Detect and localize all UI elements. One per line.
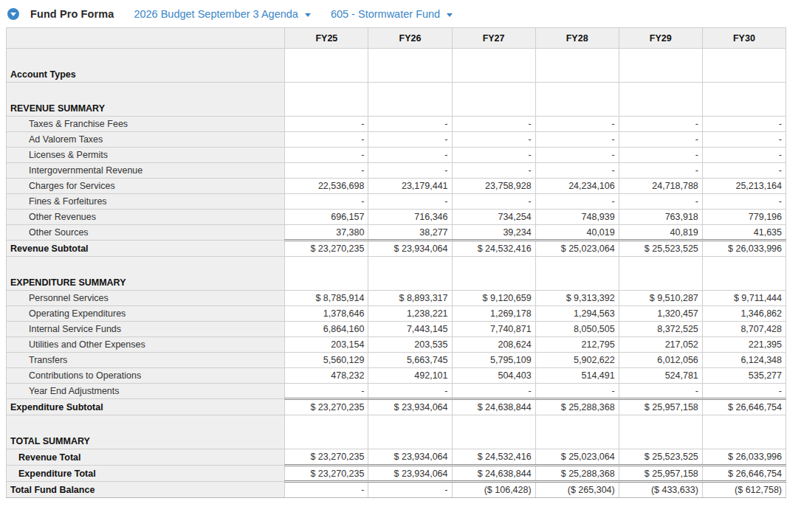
cell: - bbox=[368, 163, 452, 179]
column-header-fy29: FY29 bbox=[619, 28, 702, 49]
table-row: Revenue Total$ 23,270,235$ 23,934,064$ 2… bbox=[7, 449, 786, 466]
cell: 208,624 bbox=[452, 337, 535, 353]
cell: $ 23,934,064 bbox=[368, 466, 452, 482]
cell bbox=[535, 415, 619, 449]
cell: $ 23,270,235 bbox=[285, 466, 368, 482]
row-label: REVENUE SUMMARY bbox=[7, 83, 285, 117]
table-row: REVENUE SUMMARY bbox=[7, 83, 786, 117]
cell: 492,101 bbox=[368, 368, 452, 384]
cell: - bbox=[535, 384, 619, 399]
cell: - bbox=[619, 117, 702, 132]
row-label: Contributions to Operations bbox=[7, 368, 285, 384]
cell bbox=[619, 257, 702, 291]
cell: - bbox=[368, 148, 452, 163]
cell bbox=[452, 257, 535, 291]
cell: 748,939 bbox=[535, 210, 619, 225]
toolbar: Fund Pro Forma 2026 Budget September 3 A… bbox=[0, 0, 787, 25]
table-row: Year End Adjustments------ bbox=[7, 384, 786, 399]
row-label: Other Revenues bbox=[7, 210, 285, 225]
cell: 504,403 bbox=[452, 368, 535, 384]
cell: - bbox=[619, 384, 702, 399]
cell: 203,154 bbox=[285, 337, 368, 353]
collapse-toggle-icon[interactable] bbox=[7, 8, 19, 20]
table-row: Taxes & Franchise Fees------ bbox=[7, 117, 786, 132]
cell: $ 24,638,844 bbox=[452, 466, 535, 482]
cell: - bbox=[702, 132, 786, 148]
budget-dropdown-label: 2026 Budget September 3 Agenda bbox=[134, 8, 298, 20]
cell: - bbox=[285, 194, 368, 210]
cell: $ 23,270,235 bbox=[285, 241, 368, 257]
chevron-down-icon bbox=[10, 13, 16, 16]
cell: - bbox=[452, 117, 535, 132]
column-header-fy25: FY25 bbox=[285, 28, 368, 49]
cell: 6,864,160 bbox=[285, 322, 368, 337]
row-label: Account Types bbox=[7, 49, 285, 83]
cell: ($ 265,304) bbox=[535, 482, 619, 498]
cell: $ 9,313,392 bbox=[535, 291, 619, 306]
cell bbox=[535, 83, 619, 117]
cell: - bbox=[368, 384, 452, 399]
cell bbox=[452, 83, 535, 117]
cell: 7,740,871 bbox=[452, 322, 535, 337]
cell: - bbox=[285, 163, 368, 179]
row-label: Total Fund Balance bbox=[7, 482, 285, 498]
cell: - bbox=[368, 117, 452, 132]
cell: - bbox=[702, 163, 786, 179]
row-label: Licenses & Permits bbox=[7, 148, 285, 163]
row-label: EXPENDITURE SUMMARY bbox=[7, 257, 285, 291]
cell: 25,213,164 bbox=[702, 179, 786, 194]
cell: 6,124,348 bbox=[702, 353, 786, 368]
budget-dropdown[interactable]: 2026 Budget September 3 Agenda bbox=[134, 8, 311, 20]
column-header-row: FY25FY26FY27FY28FY29FY30 bbox=[7, 28, 786, 49]
row-label: Intergovernmental Revenue bbox=[7, 163, 285, 179]
cell: - bbox=[452, 132, 535, 148]
row-label: TOTAL SUMMARY bbox=[7, 415, 285, 449]
cell bbox=[535, 257, 619, 291]
page-title: Fund Pro Forma bbox=[30, 8, 114, 20]
fund-pro-forma-table: FY25FY26FY27FY28FY29FY30 Account TypesRE… bbox=[6, 27, 786, 498]
cell: $ 25,023,064 bbox=[535, 241, 619, 257]
table-row: Internal Service Funds6,864,1607,443,145… bbox=[7, 322, 786, 337]
cell: - bbox=[619, 148, 702, 163]
cell: - bbox=[285, 117, 368, 132]
cell: 1,320,457 bbox=[619, 306, 702, 322]
cell: $ 24,638,844 bbox=[452, 399, 535, 415]
cell: 1,238,221 bbox=[368, 306, 452, 322]
table-row: Ad Valorem Taxes------ bbox=[7, 132, 786, 148]
cell: - bbox=[368, 132, 452, 148]
cell bbox=[285, 83, 368, 117]
cell: 221,395 bbox=[702, 337, 786, 353]
cell: $ 9,510,287 bbox=[619, 291, 702, 306]
cell: 40,019 bbox=[535, 225, 619, 241]
cell: - bbox=[368, 482, 452, 498]
cell: $ 9,120,659 bbox=[452, 291, 535, 306]
cell: 8,707,428 bbox=[702, 322, 786, 337]
fund-dropdown[interactable]: 605 - Stormwater Fund bbox=[331, 8, 453, 20]
cell: - bbox=[368, 194, 452, 210]
cell bbox=[452, 415, 535, 449]
table-row: Operating Expenditures1,378,6461,238,221… bbox=[7, 306, 786, 322]
cell: 5,902,622 bbox=[535, 353, 619, 368]
cell bbox=[368, 257, 452, 291]
cell bbox=[452, 49, 535, 83]
column-header-fy27: FY27 bbox=[452, 28, 535, 49]
cell: 5,560,129 bbox=[285, 353, 368, 368]
cell: 40,819 bbox=[619, 225, 702, 241]
cell: $ 25,523,525 bbox=[619, 241, 702, 257]
cell: ($ 433,633) bbox=[619, 482, 702, 498]
cell: $ 23,934,064 bbox=[368, 241, 452, 257]
cell: 24,234,106 bbox=[535, 179, 619, 194]
cell bbox=[368, 49, 452, 83]
cell: - bbox=[285, 482, 368, 498]
column-header-fy28: FY28 bbox=[535, 28, 619, 49]
table-row: Expenditure Subtotal$ 23,270,235$ 23,934… bbox=[7, 399, 786, 415]
cell: $ 25,957,158 bbox=[619, 399, 702, 415]
cell: 217,052 bbox=[619, 337, 702, 353]
cell: $ 24,532,416 bbox=[452, 241, 535, 257]
cell: 535,277 bbox=[702, 368, 786, 384]
table-row: Contributions to Operations478,232492,10… bbox=[7, 368, 786, 384]
cell: - bbox=[702, 117, 786, 132]
column-header-fy26: FY26 bbox=[368, 28, 452, 49]
cell: 716,346 bbox=[368, 210, 452, 225]
cell: $ 23,934,064 bbox=[368, 399, 452, 415]
